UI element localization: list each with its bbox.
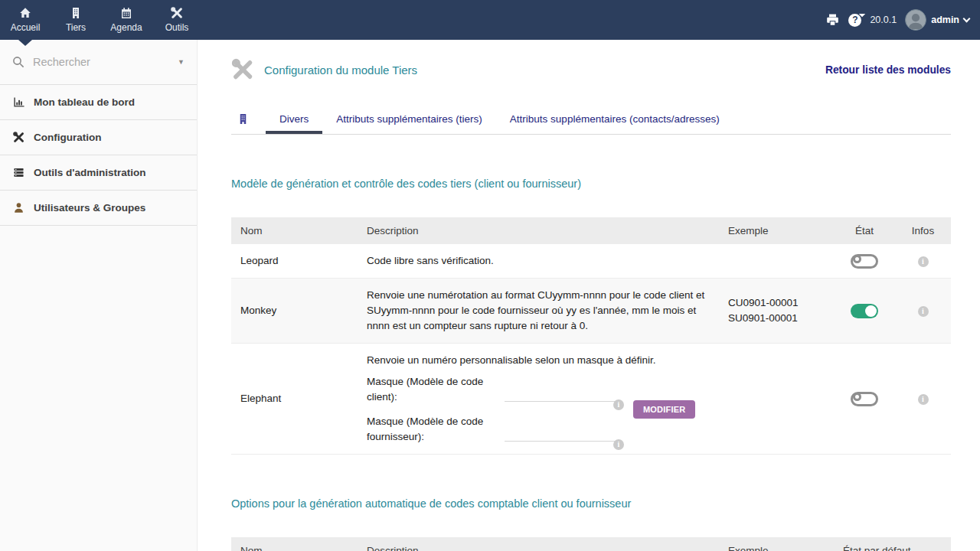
model-example (719, 244, 834, 279)
tools-icon (171, 7, 183, 19)
sidebar-item-label: Utilisateurs & Groupes (34, 202, 145, 214)
tab-divers[interactable]: Divers (266, 113, 322, 134)
left-sidebar: ▼ Mon tableau de bord Configuration Outi… (0, 40, 198, 551)
mask-client-label: Masque (Modèle de code client): (367, 374, 495, 405)
codes-tiers-table: Nom Description Exemple État Infos Leopa… (231, 217, 951, 455)
tab-attributs-contacts[interactable]: Attributs supplémentaires (contacts/adre… (496, 113, 733, 134)
topnav-item-tiers[interactable]: Tiers (51, 0, 101, 40)
calendar-icon (120, 7, 132, 19)
user-icon (12, 202, 25, 214)
toggle-elephant-off[interactable] (851, 392, 878, 406)
info-icon[interactable]: i (918, 306, 929, 317)
page-title: Configuration du module Tiers (264, 64, 417, 77)
col-header-exemple: Exemple (719, 217, 834, 244)
model-example: CU0901-00001 SU0901-00001 (719, 279, 834, 344)
server-icon (12, 167, 25, 178)
mask-client-row: Masque (Modèle de code client): i (367, 374, 621, 405)
example-client-code: CU0901-00001 (728, 295, 825, 311)
sidebar-item-label: Outils d'administration (34, 167, 145, 178)
building-icon (237, 113, 249, 125)
model-description: Renvoie une numérotation au format CUyym… (358, 279, 719, 344)
mask-supplier-input[interactable] (505, 426, 621, 442)
topnav-item-accueil[interactable]: Accueil (0, 0, 51, 40)
toggle-knob (853, 393, 861, 401)
info-icon[interactable]: i (613, 439, 624, 450)
search-input[interactable] (31, 55, 171, 69)
col-header-description: Description (358, 537, 719, 551)
sidebar-item-label: Mon tableau de bord (34, 96, 135, 108)
search-dropdown-caret-icon[interactable]: ▼ (178, 58, 185, 66)
topnav-label: Tiers (66, 22, 86, 33)
page-header: Configuration du module Tiers Retour lis… (231, 58, 951, 81)
topnav-label: Accueil (11, 22, 41, 33)
module-tools-icon (231, 58, 254, 81)
username-label: admin (931, 15, 959, 25)
chevron-down-icon (963, 15, 971, 22)
top-navbar: Accueil Tiers Agenda Outils ? 20.0.1 adm… (0, 0, 980, 40)
model-name: Leopard (231, 244, 358, 279)
info-icon[interactable]: i (918, 394, 929, 405)
table-row-leopard: Leopard Code libre sans vérification. i (231, 244, 951, 279)
model-description: Renvoie un numéro personnalisable selon … (358, 344, 719, 455)
home-icon (19, 7, 31, 19)
topnav-item-agenda[interactable]: Agenda (101, 0, 152, 40)
sidebar-item-users-groups[interactable]: Utilisateurs & Groupes (0, 191, 197, 226)
codes-comptable-table: Nom Description Exemple État par défaut (231, 537, 951, 551)
user-menu[interactable]: admin (905, 9, 969, 31)
topnav-label: Outils (165, 22, 189, 33)
table-header-row: Nom Description Exemple État par défaut (231, 537, 951, 551)
topnav-right: ? 20.0.1 admin (825, 0, 980, 40)
table-header-row: Nom Description Exemple État Infos (231, 217, 951, 244)
toggle-monkey-on[interactable] (851, 304, 878, 318)
sidebar-search: ▼ (0, 40, 197, 85)
sidebar-item-dashboard[interactable]: Mon tableau de bord (0, 85, 197, 120)
info-icon[interactable]: i (918, 256, 929, 267)
mask-client-input[interactable] (505, 386, 621, 402)
version-label: 20.0.1 (870, 15, 897, 25)
col-header-infos: Infos (895, 217, 951, 244)
tab-bar: Divers Attributs supplémentaires (tiers)… (231, 113, 951, 135)
elephant-description: Renvoie un numéro personnalisable selon … (367, 353, 710, 368)
toggle-knob (865, 305, 877, 317)
help-icon[interactable]: ? (848, 14, 861, 27)
section-title-codes-comptable: Options pour la génération automatique d… (231, 497, 951, 510)
col-header-etat: État (834, 217, 895, 244)
model-name: Monkey (231, 279, 358, 344)
table-row-elephant: Elephant Renvoie un numéro personnalisab… (231, 344, 951, 455)
model-example (719, 344, 834, 455)
tools-icon (12, 132, 25, 143)
toggle-knob (853, 255, 861, 263)
section-title-codes-tiers: Modèle de génération et contrôle des cod… (231, 178, 951, 190)
main-content: Configuration du module Tiers Retour lis… (198, 40, 980, 551)
info-icon[interactable]: i (613, 399, 624, 410)
sidebar-item-admin-tools[interactable]: Outils d'administration (0, 155, 197, 191)
tab-attributs-tiers[interactable]: Attributs supplémentaires (tiers) (322, 113, 496, 134)
mask-supplier-label: Masque (Modèle de code fournisseur): (367, 414, 495, 445)
printer-icon[interactable] (825, 13, 840, 27)
dashboard-chart-icon (12, 96, 25, 108)
example-supplier-code: SU0901-00001 (728, 311, 825, 326)
col-header-nom: Nom (231, 537, 358, 551)
table-row-monkey: Monkey Renvoie une numérotation au forma… (231, 279, 951, 344)
search-icon (12, 56, 24, 68)
topnav-label: Agenda (110, 22, 142, 33)
col-header-nom: Nom (231, 217, 358, 244)
col-header-exemple: Exemple (719, 537, 834, 551)
topnav-item-outils[interactable]: Outils (152, 0, 202, 40)
col-header-description: Description (358, 217, 719, 244)
modify-button[interactable]: MODIFIER (633, 400, 695, 419)
sidebar-item-configuration[interactable]: Configuration (0, 120, 197, 155)
mask-supplier-row: Masque (Modèle de code fournisseur): i (367, 414, 621, 445)
avatar (905, 9, 926, 31)
sidebar-item-label: Configuration (34, 132, 101, 143)
model-description: Code libre sans vérification. (358, 244, 719, 279)
model-name: Elephant (231, 344, 358, 455)
col-header-etat-defaut: État par défaut (834, 537, 951, 551)
toggle-leopard-off[interactable] (851, 254, 878, 269)
back-to-modules-link[interactable]: Retour liste des modules (825, 64, 951, 76)
building-icon (70, 7, 82, 19)
mask-config-block: Masque (Modèle de code client): i Masque… (367, 374, 710, 445)
